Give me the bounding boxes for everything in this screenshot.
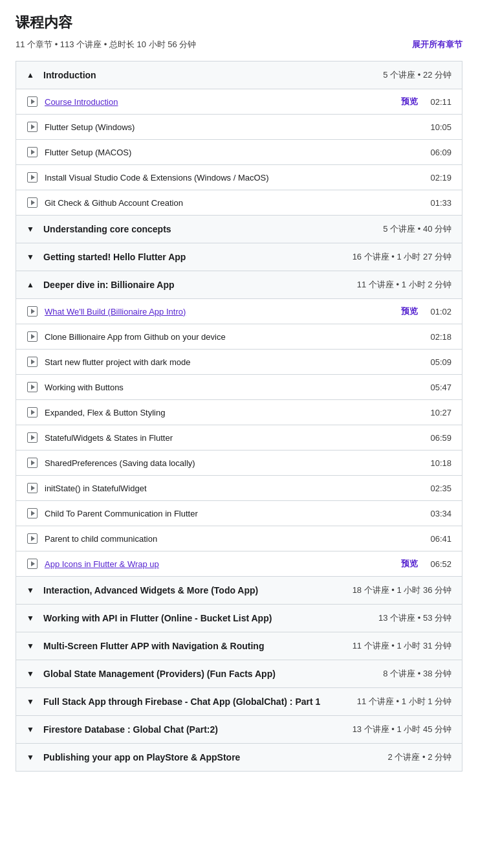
lesson-item: Child To Parent Communication in Flutter… [16, 500, 462, 526]
lesson-item: StatefulWidgets & States in Flutter 06:5… [16, 425, 462, 450]
play-icon [27, 172, 38, 183]
lesson-item: Flutter Setup (Windows) 10:05 [16, 114, 462, 139]
section-meta: 13 个讲座 • 1 小时 45 分钟 [353, 724, 451, 735]
section-header-left: ▼ Global State Management (Providers) (F… [27, 669, 276, 679]
preview-badge[interactable]: 预览 [401, 558, 418, 570]
lesson-item: Start new flutter project with dark mode… [16, 349, 462, 374]
section-header-firebase-part1[interactable]: ▼ Full Stack App through Firebase - Chat… [16, 688, 462, 715]
section-header-navigation-routing[interactable]: ▼ Multi-Screen Flutter APP with Navigati… [16, 632, 462, 660]
section-header-hello-flutter[interactable]: ▼ Getting started! Hello Flutter App 16 … [16, 243, 462, 271]
section-header-todo-app[interactable]: ▼ Interaction, Advanced Widgets & More (… [16, 577, 462, 604]
lesson-item: initState() in StatefulWidget 02:35 [16, 475, 462, 500]
lesson-content: StatefulWidgets & States in Flutter 06:5… [45, 433, 451, 443]
lesson-content: Parent to child communication 06:41 [45, 534, 451, 544]
lesson-duration: 01:02 [428, 307, 451, 317]
lesson-duration: 06:09 [428, 148, 451, 157]
page-title: 课程内容 [16, 13, 462, 32]
lesson-title: initState() in StatefulWidget [45, 484, 147, 493]
section-header-left: ▼ Getting started! Hello Flutter App [27, 252, 186, 262]
expand-all-link[interactable]: 展开所有章节 [412, 39, 462, 50]
lesson-item: Course Introduction 预览 02:11 [16, 89, 462, 114]
section-header-firebase-part2[interactable]: ▼ Firestore Database : Global Chat (Part… [16, 716, 462, 743]
play-triangle-icon [31, 309, 35, 314]
section-billionaire-app: ▲ Deeper dive in: Billionaire App 11 个讲座… [16, 271, 462, 577]
lesson-content: Flutter Setup (MACOS) 06:09 [45, 148, 451, 157]
lesson-title: Install Visual Studio Code & Extensions … [45, 173, 269, 183]
section-title: Understanding core concepts [43, 224, 171, 234]
section-publishing: ▼ Publishing your app on PlayStore & App… [16, 744, 462, 772]
play-icon [27, 432, 38, 443]
play-triangle-icon [31, 124, 35, 129]
sections-list: ▲ Introduction 5 个讲座 • 22 分钟 Course Intr… [16, 61, 462, 772]
lesson-duration: 02:19 [428, 173, 451, 183]
lesson-title: Git Check & Github Account Creation [45, 198, 183, 208]
section-meta: 11 个讲座 • 1 小时 31 分钟 [353, 640, 451, 652]
lesson-duration: 01:33 [428, 198, 451, 208]
play-triangle-icon [31, 334, 35, 339]
section-meta: 5 个讲座 • 40 分钟 [383, 223, 451, 235]
lesson-right: 02:35 [428, 484, 451, 493]
section-title: Deeper dive in: Billionaire App [43, 280, 175, 290]
lesson-title: Working with Buttons [45, 383, 124, 392]
lesson-content: Git Check & Github Account Creation 01:3… [45, 198, 451, 208]
section-meta: 2 个讲座 • 2 分钟 [388, 751, 451, 763]
lesson-content: initState() in StatefulWidget 02:35 [45, 484, 451, 493]
lesson-duration: 02:11 [428, 97, 451, 107]
lesson-content: Clone Billionaire App from Github on you… [45, 332, 451, 342]
section-header-bucket-list-app[interactable]: ▼ Working with API in Flutter (Online - … [16, 605, 462, 632]
lesson-title-link[interactable]: What We'll Build (Billionaire App Intro) [45, 307, 186, 317]
lesson-icon [27, 146, 38, 158]
play-triangle-icon [31, 200, 35, 205]
lesson-icon [27, 558, 38, 570]
lesson-duration: 05:09 [428, 357, 451, 367]
lesson-title-link[interactable]: Course Introduction [45, 97, 118, 107]
chevron-icon: ▼ [27, 586, 37, 595]
section-title: Global State Management (Providers) (Fun… [43, 669, 276, 679]
lesson-duration: 06:59 [428, 433, 451, 443]
lesson-duration: 03:34 [428, 509, 451, 518]
lesson-right: 预览 02:11 [401, 96, 451, 107]
lesson-right: 10:05 [428, 122, 451, 132]
lesson-icon [27, 96, 38, 107]
lesson-icon [27, 381, 38, 393]
play-icon [27, 122, 38, 132]
section-introduction: ▲ Introduction 5 个讲座 • 22 分钟 Course Intr… [16, 61, 462, 216]
section-header-global-state[interactable]: ▼ Global State Management (Providers) (F… [16, 660, 462, 687]
chevron-icon: ▲ [27, 280, 37, 289]
section-firebase-part1: ▼ Full Stack App through Firebase - Chat… [16, 688, 462, 716]
lesson-duration: 06:41 [428, 534, 451, 544]
section-title: Firestore Database : Global Chat (Part:2… [43, 724, 218, 735]
section-header-left: ▲ Deeper dive in: Billionaire App [27, 280, 175, 290]
section-header-left: ▼ Publishing your app on PlayStore & App… [27, 752, 240, 762]
lesson-right: 02:19 [428, 173, 451, 183]
lesson-content: Install Visual Studio Code & Extensions … [45, 173, 451, 183]
section-header-left: ▼ Multi-Screen Flutter APP with Navigati… [27, 641, 264, 651]
section-header-left: ▲ Introduction [27, 70, 96, 80]
lesson-icon [27, 306, 38, 317]
lesson-item: Git Check & Github Account Creation 01:3… [16, 190, 462, 215]
section-header-billionaire-app[interactable]: ▲ Deeper dive in: Billionaire App 11 个讲座… [16, 271, 462, 298]
lesson-content: Child To Parent Communication in Flutter… [45, 509, 451, 518]
lesson-item: Flutter Setup (MACOS) 06:09 [16, 139, 462, 164]
section-header-introduction[interactable]: ▲ Introduction 5 个讲座 • 22 分钟 [16, 61, 462, 89]
play-triangle-icon [31, 460, 35, 465]
lesson-icon [27, 482, 38, 494]
chevron-icon: ▼ [27, 252, 37, 262]
section-title: Interaction, Advanced Widgets & More (To… [43, 585, 258, 595]
lesson-duration: 10:27 [428, 408, 451, 417]
lesson-item: What We'll Build (Billionaire App Intro)… [16, 298, 462, 324]
lesson-title-link[interactable]: App Icons in Flutter & Wrap up [45, 559, 159, 569]
section-header-core-concepts[interactable]: ▼ Understanding core concepts 5 个讲座 • 40… [16, 216, 462, 243]
lesson-icon [27, 197, 38, 208]
section-core-concepts: ▼ Understanding core concepts 5 个讲座 • 40… [16, 216, 462, 243]
course-summary: 11 个章节 • 113 个讲座 • 总时长 10 小时 56 分钟 [16, 39, 196, 50]
chevron-icon: ▼ [27, 725, 37, 734]
preview-badge[interactable]: 预览 [401, 96, 418, 107]
play-triangle-icon [31, 384, 35, 390]
lesson-title: Parent to child communication [45, 534, 157, 544]
lesson-item: SharedPreferences (Saving data locally) … [16, 450, 462, 475]
preview-badge[interactable]: 预览 [401, 306, 418, 317]
lesson-right: 预览 01:02 [401, 306, 451, 317]
section-header-publishing[interactable]: ▼ Publishing your app on PlayStore & App… [16, 744, 462, 771]
lesson-title: Flutter Setup (Windows) [45, 122, 135, 132]
